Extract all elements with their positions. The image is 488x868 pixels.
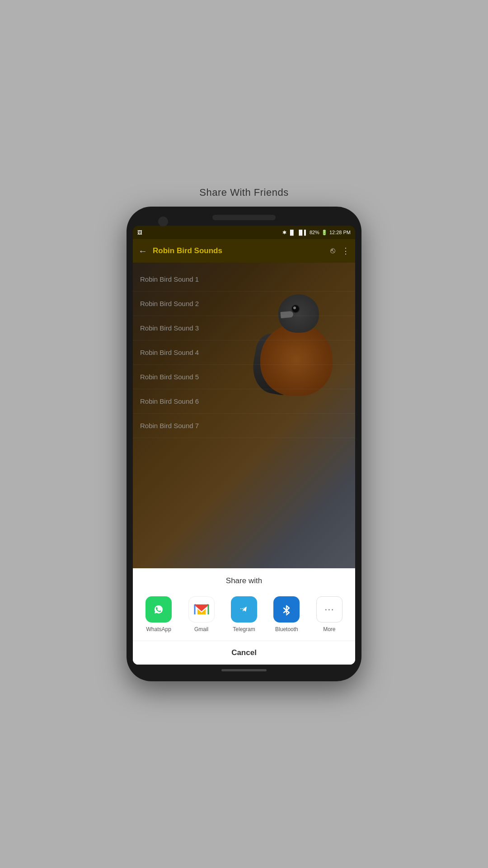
image-icon: 🖼 — [137, 230, 142, 235]
more-label: More — [323, 626, 335, 632]
signal-icon-2: ▐▌▌ — [297, 230, 307, 235]
telegram-label: Telegram — [233, 626, 255, 632]
phone-speaker — [212, 215, 276, 220]
phone-screen: 🖼 ✱ ▐▌ ▐▌▌ 82% 🔋 12:28 PM ← Robin Bird S… — [133, 226, 355, 665]
status-left: 🖼 — [137, 230, 142, 235]
share-app-more[interactable]: ··· More — [308, 596, 351, 632]
battery-text: 82% — [310, 230, 319, 235]
share-app-bluetooth[interactable]: Bluetooth — [265, 596, 308, 632]
share-sheet: Share with WhatsApp — [133, 568, 355, 665]
share-sheet-title: Share with — [133, 568, 355, 593]
share-button[interactable]: ⎋ — [330, 246, 335, 256]
bluetooth-status-icon: ✱ — [282, 230, 286, 236]
back-button[interactable]: ← — [138, 246, 147, 256]
whatsapp-label: WhatsApp — [146, 626, 171, 632]
time-text: 12:28 PM — [329, 230, 351, 235]
page-title: Share With Friends — [199, 187, 288, 198]
status-bar: 🖼 ✱ ▐▌ ▐▌▌ 82% 🔋 12:28 PM — [133, 226, 355, 239]
telegram-icon — [231, 596, 257, 623]
phone-frame: 🖼 ✱ ▐▌ ▐▌▌ 82% 🔋 12:28 PM ← Robin Bird S… — [127, 207, 361, 681]
signal-icon: ▐▌ — [288, 230, 296, 235]
gmail-icon — [188, 596, 215, 623]
more-button[interactable]: ⋮ — [342, 246, 350, 256]
app-bar: ← Robin Bird Sounds ⎋ ⋮ — [133, 239, 355, 263]
app-bar-title: Robin Bird Sounds — [153, 246, 330, 255]
content-area: Robin Bird Sound 1 Robin Bird Sound 2 Ro… — [133, 263, 355, 665]
share-app-telegram[interactable]: Telegram — [223, 596, 265, 632]
share-apps-row: WhatsApp — [133, 593, 355, 641]
home-bar — [221, 669, 267, 671]
phone-camera — [158, 217, 168, 226]
status-right: ✱ ▐▌ ▐▌▌ 82% 🔋 12:28 PM — [282, 230, 351, 236]
app-bar-actions: ⎋ ⋮ — [330, 246, 350, 256]
whatsapp-icon — [145, 596, 172, 623]
cancel-button[interactable]: Cancel — [133, 641, 355, 665]
bluetooth-icon — [273, 596, 300, 623]
battery-icon: 🔋 — [321, 230, 328, 236]
more-dots-icon: ··· — [324, 604, 334, 615]
bluetooth-label: Bluetooth — [275, 626, 298, 632]
share-app-whatsapp[interactable]: WhatsApp — [137, 596, 180, 632]
share-app-gmail[interactable]: Gmail — [180, 596, 222, 632]
gmail-label: Gmail — [194, 626, 208, 632]
more-icon: ··· — [316, 596, 343, 623]
